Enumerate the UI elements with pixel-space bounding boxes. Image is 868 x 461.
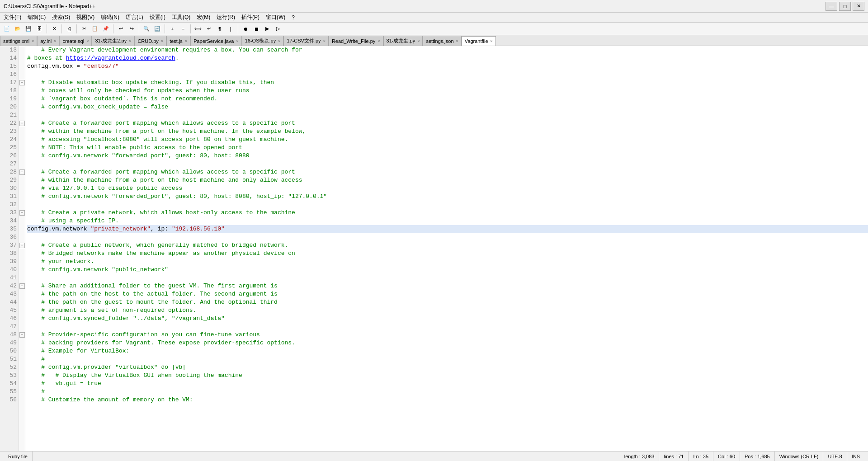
close-tab-button[interactable]: ✕	[49, 24, 59, 34]
menu-item-p[interactable]: 插件(P)	[239, 13, 262, 22]
new-button[interactable]: 📄	[2, 24, 12, 34]
tab-12[interactable]: Vagrantfile×	[462, 36, 496, 46]
menu-item-q[interactable]: 工具(Q)	[169, 13, 193, 22]
tab-10[interactable]: 31-成龙生.py×	[383, 36, 423, 46]
fold-marker-53	[19, 372, 25, 380]
print-button[interactable]: 🖨	[64, 24, 74, 34]
replace-button[interactable]: 🔄	[152, 24, 162, 34]
cut-button[interactable]: ✂	[79, 24, 89, 34]
tab-1[interactable]: ay.ini×	[37, 36, 59, 46]
macro-stop-button[interactable]: ⏹	[251, 24, 261, 34]
fold-marker-15	[19, 62, 25, 71]
toolbar-separator-1	[47, 24, 47, 33]
tab-close-9[interactable]: ×	[377, 39, 380, 43]
tab-8[interactable]: 17-CSV文件.py×	[283, 36, 328, 46]
menu-item-n[interactable]: 编码(N)	[98, 13, 122, 22]
all-chars-button[interactable]: ¶	[215, 24, 225, 34]
tab-label-10: 31-成龙生.py	[387, 38, 415, 44]
tab-7[interactable]: 16-OS模块.py×	[242, 36, 284, 46]
tab-close-3[interactable]: ×	[129, 39, 131, 43]
menu-item-m[interactable]: 宏(M)	[194, 13, 213, 22]
fold-marker-22[interactable]: −	[19, 121, 25, 126]
tab-label-4: CRUD.py	[137, 38, 158, 44]
status-pos: Pos : 1,685	[740, 452, 775, 461]
code-line-13: # Every Vagrant development environment …	[27, 46, 868, 54]
tab-label-9: Read_Write_File.py	[332, 38, 375, 44]
close-button[interactable]: ✕	[853, 2, 864, 11]
tab-9[interactable]: Read_Write_File.py×	[329, 36, 383, 46]
minimize-button[interactable]: —	[826, 2, 837, 11]
fold-marker-48[interactable]: −	[19, 332, 25, 338]
fold-marker-28[interactable]: −	[19, 169, 25, 175]
copy-button[interactable]: 📋	[90, 24, 100, 34]
tab-11[interactable]: settings.json×	[423, 36, 461, 46]
tab-close-1[interactable]: ×	[54, 39, 56, 43]
menu-item-r[interactable]: 运行(R)	[214, 13, 238, 22]
tab-4[interactable]: CRUD.py×	[134, 36, 166, 46]
sync-scroll-button[interactable]: ⟺	[193, 24, 203, 34]
tab-0[interactable]: settings.xml×	[0, 36, 37, 46]
menu-item-[interactable]: ?	[289, 14, 297, 22]
tab-close-8[interactable]: ×	[323, 39, 326, 43]
menu-item-f[interactable]: 文件(F)	[1, 13, 24, 22]
tab-close-5[interactable]: ×	[185, 39, 187, 43]
zoom-in-button[interactable]: +	[167, 24, 177, 34]
line-number-35: 35	[2, 225, 17, 233]
paste-button[interactable]: 📌	[101, 24, 111, 34]
macro-record-button[interactable]: ⏺	[241, 24, 250, 34]
tab-close-11[interactable]: ×	[456, 39, 458, 43]
menu-item-l[interactable]: 语言(L)	[123, 13, 146, 22]
maximize-button[interactable]: □	[839, 2, 851, 11]
zoom-out-button[interactable]: −	[178, 24, 188, 34]
tab-label-0: settings.xml	[3, 38, 29, 44]
tab-close-7[interactable]: ×	[278, 39, 280, 43]
code-line-49: # backing providers for Vagrant. These e…	[27, 339, 868, 347]
open-button[interactable]: 📂	[13, 24, 23, 34]
fold-marker-32	[19, 201, 25, 209]
find-button[interactable]: 🔍	[142, 24, 151, 34]
fold-marker-17[interactable]: −	[19, 80, 25, 85]
tab-close-10[interactable]: ×	[417, 39, 420, 43]
code-line-21	[27, 111, 868, 119]
tab-close-2[interactable]: ×	[86, 39, 89, 43]
line-number-19: 19	[2, 95, 17, 103]
save-all-button[interactable]: 🗄	[34, 24, 44, 34]
fold-marker-37[interactable]: −	[19, 243, 25, 248]
tab-close-12[interactable]: ×	[491, 39, 493, 43]
tab-2[interactable]: create.sql×	[59, 36, 92, 46]
word-wrap-button[interactable]: ↵	[204, 24, 214, 34]
menu-item-v[interactable]: 视图(V)	[74, 13, 97, 22]
fold-marker-42[interactable]: −	[19, 283, 25, 289]
status-col: Col : 60	[713, 452, 740, 461]
tab-5[interactable]: test.js×	[166, 36, 190, 46]
tab-close-4[interactable]: ×	[161, 39, 163, 43]
code-line-56: # Customize the amount of memory on the …	[27, 396, 868, 404]
code-area[interactable]: # Every Vagrant development environment …	[25, 46, 868, 451]
code-line-28: # Create a forwarded port mapping which …	[27, 168, 868, 176]
code-line-40: # config.vm.network "public_network"	[27, 266, 868, 274]
indent-guide-button[interactable]: |	[226, 24, 236, 34]
tab-close-6[interactable]: ×	[236, 39, 238, 43]
tab-close-0[interactable]: ×	[32, 39, 34, 43]
menu-item-e[interactable]: 编辑(E)	[25, 13, 48, 22]
code-line-33: # Create a private network, which allows…	[27, 209, 868, 217]
line-number-53: 53	[2, 372, 17, 380]
menu-item-i[interactable]: 设置(I)	[147, 13, 168, 22]
redo-button[interactable]: ↪	[127, 24, 137, 34]
save-button[interactable]: 💾	[24, 24, 33, 34]
code-line-48: # Provider-specific configuration so you…	[27, 331, 868, 339]
fold-marker-13	[19, 46, 25, 54]
tab-3[interactable]: 31-成龙生2.py×	[92, 36, 134, 46]
run-button[interactable]: ▷	[273, 24, 283, 34]
line-number-49: 49	[2, 339, 17, 347]
macro-play-button[interactable]: ▶	[262, 24, 272, 34]
tab-6[interactable]: PaperService.java×	[190, 36, 242, 46]
undo-button[interactable]: ↩	[116, 24, 126, 34]
menu-item-s[interactable]: 搜索(S)	[49, 13, 73, 22]
line-number-33: 33	[2, 209, 17, 217]
code-line-47	[27, 323, 868, 331]
tab-label-11: settings.json	[426, 38, 453, 44]
line-number-40: 40	[2, 266, 17, 274]
menu-item-w[interactable]: 窗口(W)	[263, 13, 288, 22]
fold-marker-33[interactable]: −	[19, 210, 25, 216]
